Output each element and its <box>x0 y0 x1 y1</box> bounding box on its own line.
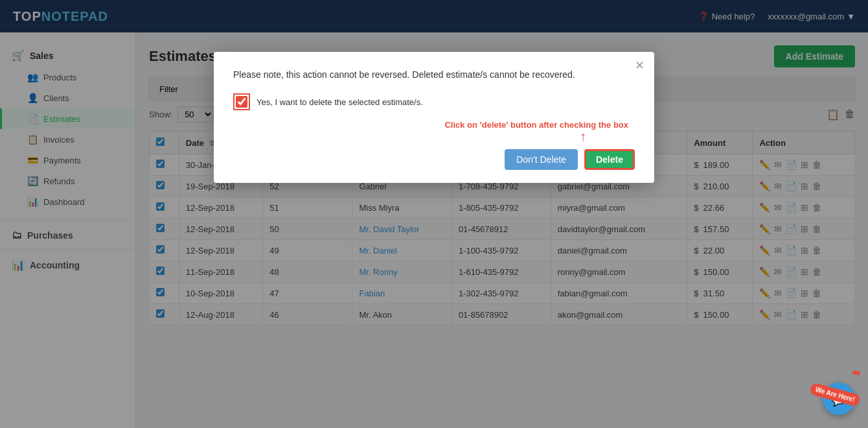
modal-overlay: ✕ Please note, this action cannot be rev… <box>0 0 868 428</box>
modal-message: Please note, this action cannot be rever… <box>233 68 635 82</box>
modal: ✕ Please note, this action cannot be rev… <box>214 52 654 183</box>
modal-annotation: Click on 'delete' button after checking … <box>444 120 628 130</box>
modal-checkbox-row: Yes, I want to delete the selected estim… <box>233 93 635 110</box>
annotation-arrow: ↑ <box>431 130 586 143</box>
delete-button[interactable]: Delete <box>584 149 635 170</box>
modal-close-button[interactable]: ✕ <box>635 58 645 73</box>
checkbox-label: Yes, I want to delete the selected estim… <box>257 97 423 107</box>
modal-buttons: Don't Delete Delete <box>233 149 635 170</box>
confirm-checkbox-wrapper[interactable] <box>233 93 250 110</box>
dont-delete-button[interactable]: Don't Delete <box>505 149 578 170</box>
confirm-checkbox[interactable] <box>236 96 247 108</box>
